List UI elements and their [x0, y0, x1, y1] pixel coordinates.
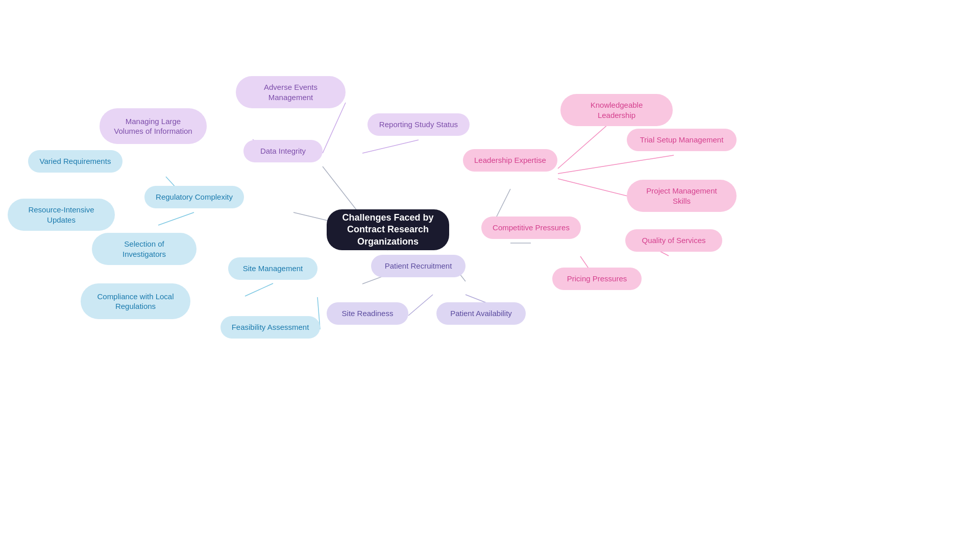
node-managing-large: Managing Large Volumes of Information — [100, 108, 207, 144]
node-compliance-local: Compliance with Local Regulations — [81, 283, 190, 319]
node-patient-availability: Patient Availability — [436, 302, 526, 325]
node-reporting-study: Reporting Study Status — [368, 113, 470, 136]
node-competitive-pressures: Competitive Pressures — [481, 217, 581, 239]
node-knowledgeable-leadership: Knowledgeable Leadership — [560, 94, 673, 126]
node-data-integrity: Data Integrity — [243, 140, 323, 162]
svg-line-1 — [323, 103, 346, 153]
node-leadership-expertise: Leadership Expertise — [463, 149, 557, 172]
node-regulatory-complexity: Regulatory Complexity — [144, 186, 244, 208]
svg-line-6 — [158, 212, 194, 225]
svg-line-9 — [245, 283, 273, 296]
svg-line-12 — [408, 295, 433, 316]
node-resource-intensive: Resource-Intensive Updates — [8, 199, 115, 231]
node-quality-of-services: Quality of Services — [625, 229, 722, 252]
svg-line-16 — [558, 155, 674, 174]
node-selection-investigators: Selection of Investigators — [92, 233, 197, 265]
node-adverse-events: Adverse Events Management — [236, 76, 346, 108]
node-varied-requirements: Varied Requirements — [28, 150, 122, 173]
node-feasibility-assessment: Feasibility Assessment — [220, 316, 320, 339]
node-patient-recruitment: Patient Recruitment — [371, 255, 465, 277]
svg-line-2 — [362, 140, 419, 153]
node-site-management: Site Management — [228, 257, 317, 280]
svg-line-15 — [558, 121, 612, 169]
node-project-management: Project Management Skills — [627, 180, 737, 212]
node-site-readiness: Site Readiness — [327, 302, 408, 325]
center-node: Challenges Faced by Contract Research Or… — [327, 209, 449, 250]
node-trial-setup: Trial Setup Management — [627, 129, 737, 151]
node-pricing-pressures: Pricing Pressures — [552, 268, 642, 290]
